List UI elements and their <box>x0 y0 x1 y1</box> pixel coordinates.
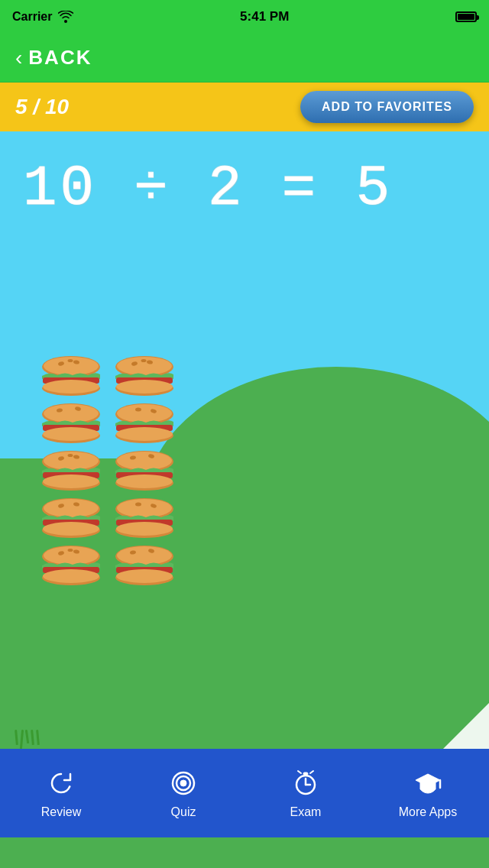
nav-label-review: Review <box>41 805 81 819</box>
burger-6 <box>112 451 177 491</box>
burger-7 <box>38 498 104 538</box>
battery-container <box>455 11 477 22</box>
svg-point-15 <box>116 380 173 394</box>
nav-bar: ‹ BACK <box>0 34 489 83</box>
nav-label-exam: Exam <box>290 805 322 819</box>
burger-5 <box>38 451 104 491</box>
svg-point-39 <box>117 452 172 470</box>
burger-1 <box>38 356 104 396</box>
carrier-label: Carrier <box>12 10 52 24</box>
svg-point-53 <box>117 499 172 517</box>
svg-point-34 <box>68 454 73 457</box>
progress-text: 5 / 10 <box>15 95 69 119</box>
svg-point-12 <box>141 359 147 362</box>
svg-point-22 <box>43 427 99 441</box>
burgers-grid <box>38 356 180 588</box>
svg-point-17 <box>44 404 99 423</box>
burger-3 <box>38 403 104 443</box>
progress-bar: 5 / 10 ADD TO FAVORITES <box>0 83 489 131</box>
svg-rect-78 <box>303 772 308 775</box>
status-time: 5:41 PM <box>240 9 289 24</box>
svg-point-25 <box>135 408 141 412</box>
svg-point-76 <box>180 780 186 786</box>
svg-point-63 <box>68 549 73 552</box>
grass-blades <box>15 730 39 749</box>
nav-label-moreapps: More Apps <box>399 805 457 819</box>
svg-point-68 <box>117 546 172 565</box>
refresh-icon <box>47 769 75 801</box>
stopwatch-icon <box>292 769 319 801</box>
wifi-icon <box>58 11 73 23</box>
nav-label-quiz: Quiz <box>171 805 196 819</box>
add-to-favorites-button[interactable]: ADD TO FAVORITES <box>300 91 474 123</box>
svg-point-73 <box>116 569 173 583</box>
mortarboard-icon <box>414 769 442 801</box>
nav-item-moreapps[interactable]: More Apps <box>367 769 489 819</box>
svg-point-44 <box>116 474 173 488</box>
svg-point-46 <box>44 499 99 517</box>
target-icon <box>170 769 197 801</box>
bottom-nav: Review Quiz Exam <box>0 749 489 837</box>
svg-point-37 <box>43 474 99 488</box>
burger-10 <box>112 546 177 585</box>
back-button[interactable]: ‹ BACK <box>15 46 92 70</box>
nav-item-quiz[interactable]: Quiz <box>122 769 244 819</box>
status-bar: Carrier 5:41 PM <box>0 0 489 34</box>
burger-4 <box>112 403 177 443</box>
nav-item-review[interactable]: Review <box>0 769 122 819</box>
page-curl <box>443 703 489 749</box>
back-chevron-icon: ‹ <box>15 46 24 70</box>
svg-point-58 <box>116 522 173 536</box>
main-content: 10 ÷ 2 = 5 <box>0 131 489 749</box>
equation-display: 10 ÷ 2 = 5 <box>23 154 393 221</box>
equation-text: 10 ÷ 2 = 5 <box>23 157 393 221</box>
svg-point-7 <box>43 380 99 394</box>
burger-8 <box>112 498 177 538</box>
svg-point-51 <box>43 522 99 536</box>
svg-point-66 <box>43 569 99 583</box>
nav-item-exam[interactable]: Exam <box>244 769 367 819</box>
back-label: BACK <box>28 46 92 70</box>
svg-point-29 <box>116 427 173 441</box>
battery-icon <box>455 11 477 22</box>
svg-point-4 <box>68 359 73 362</box>
burger-9 <box>38 546 104 585</box>
burger-2 <box>112 356 177 396</box>
svg-point-24 <box>117 404 172 423</box>
svg-point-54 <box>135 503 141 507</box>
